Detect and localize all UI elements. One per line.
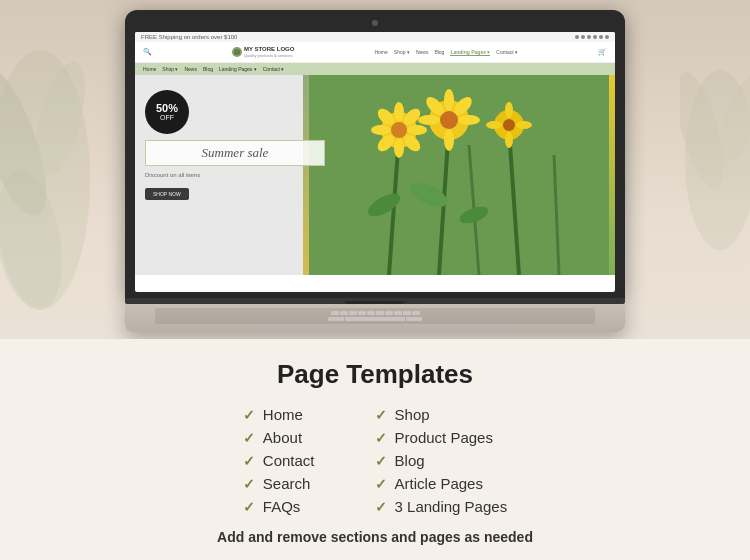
nav-link-contact: Contact ▾ xyxy=(496,49,518,55)
hero-content: 50% OFF Summer sale Discount on all item… xyxy=(145,90,325,200)
svg-point-21 xyxy=(371,125,391,135)
checkmark-icon: ✓ xyxy=(243,476,255,492)
checkmark-icon: ✓ xyxy=(243,499,255,515)
site-nav-banner: Home Shop ▾ News Blog Landing Pages ▾ Co… xyxy=(135,63,615,75)
banner-landing: Landing Pages ▾ xyxy=(219,66,257,72)
list-item-label: Search xyxy=(263,475,311,492)
social-icons xyxy=(575,35,609,39)
svg-point-36 xyxy=(503,119,515,131)
key-row-1 xyxy=(159,311,591,315)
website-preview: FREE Shipping on orders over $100 🔍 xyxy=(135,32,615,292)
plant-right-decoration xyxy=(680,60,750,260)
list-item: ✓ Contact xyxy=(243,452,315,469)
checkmark-icon: ✓ xyxy=(243,407,255,423)
social-icon-6 xyxy=(605,35,609,39)
nav-link-blog: Blog xyxy=(434,49,444,55)
key xyxy=(328,317,344,321)
list-item-label: Home xyxy=(263,406,303,423)
list-item-label: Shop xyxy=(395,406,430,423)
list-item: ✓ Search xyxy=(243,475,315,492)
logo-icon xyxy=(232,47,242,57)
banner-blog: Blog xyxy=(203,66,213,72)
key xyxy=(367,311,375,315)
list-item-label: Contact xyxy=(263,452,315,469)
checkmark-icon: ✓ xyxy=(375,407,387,423)
shop-now-button[interactable]: SHOP NOW xyxy=(145,188,189,200)
logo-tagline: Quality products & services xyxy=(244,53,294,58)
list-item: ✓ Blog xyxy=(375,452,508,469)
svg-point-18 xyxy=(391,122,407,138)
svg-point-31 xyxy=(418,115,440,125)
svg-point-32 xyxy=(458,115,480,125)
svg-point-20 xyxy=(394,138,404,158)
site-topbar: FREE Shipping on orders over $100 xyxy=(135,32,615,42)
list-item-label: 3 Landing Pages xyxy=(395,498,508,515)
key xyxy=(340,311,348,315)
nav-link-home: Home xyxy=(374,49,387,55)
laptop-keyboard xyxy=(125,304,625,332)
svg-point-29 xyxy=(444,89,454,111)
keyboard-rows xyxy=(155,308,595,324)
key xyxy=(331,311,339,315)
list-item-label: Blog xyxy=(395,452,425,469)
nav-link-landing: Landing Pages ▾ xyxy=(450,49,490,56)
checklist-container: ✓ Home ✓ About ✓ Contact ✓ Search ✓ FAQs xyxy=(40,406,710,515)
key-row-2 xyxy=(159,317,591,321)
key xyxy=(406,317,422,321)
checklist-left-column: ✓ Home ✓ About ✓ Contact ✓ Search ✓ FAQs xyxy=(243,406,315,515)
key xyxy=(412,311,420,315)
svg-point-37 xyxy=(505,102,513,118)
checkmark-icon: ✓ xyxy=(375,476,387,492)
key xyxy=(385,311,393,315)
list-item: ✓ FAQs xyxy=(243,498,315,515)
social-icon-1 xyxy=(575,35,579,39)
list-item-label: About xyxy=(263,429,302,446)
tagline-text: Add and remove sections and pages as nee… xyxy=(40,529,710,545)
list-item-label: Product Pages xyxy=(395,429,493,446)
list-item: ✓ Product Pages xyxy=(375,429,508,446)
shipping-text: FREE Shipping on orders over $100 xyxy=(141,34,237,40)
page-templates-section: Page Templates ✓ Home ✓ About ✓ Contact … xyxy=(0,339,750,560)
cart-icon: 🛒 xyxy=(598,48,607,56)
banner-shop: Shop ▾ xyxy=(162,66,178,72)
nav-link-shop: Shop ▾ xyxy=(394,49,410,55)
svg-point-22 xyxy=(407,125,427,135)
list-item: ✓ Home xyxy=(243,406,315,423)
nav-link-news: News xyxy=(416,49,429,55)
keyboard-surface xyxy=(155,308,595,324)
checkmark-icon: ✓ xyxy=(375,430,387,446)
laptop-camera xyxy=(372,20,378,26)
key xyxy=(403,311,411,315)
site-nav: 🔍 MY STORE LOGO Quality products & servi… xyxy=(135,42,615,63)
discount-badge: 50% OFF xyxy=(145,90,189,134)
checklist-right-column: ✓ Shop ✓ Product Pages ✓ Blog ✓ Article … xyxy=(375,406,508,515)
nav-links: Home Shop ▾ News Blog Landing Pages ▾ Co… xyxy=(374,49,518,56)
social-icon-2 xyxy=(581,35,585,39)
social-icon-3 xyxy=(587,35,591,39)
list-item: ✓ About xyxy=(243,429,315,446)
checkmark-icon: ✓ xyxy=(243,430,255,446)
discount-label: Discount on all items xyxy=(145,172,325,178)
list-item: ✓ Shop xyxy=(375,406,508,423)
hero-section: 50% OFF Summer sale Discount on all item… xyxy=(135,75,615,275)
plant-left-decoration xyxy=(0,40,100,320)
checkmark-icon: ✓ xyxy=(375,499,387,515)
list-item-label: FAQs xyxy=(263,498,301,515)
laptop-screen-bezel: FREE Shipping on orders over $100 🔍 xyxy=(125,10,625,298)
svg-point-40 xyxy=(516,121,532,129)
key xyxy=(394,311,402,315)
key xyxy=(376,311,384,315)
nav-search-icon: 🔍 xyxy=(143,48,152,56)
svg-point-38 xyxy=(505,132,513,148)
site-logo: MY STORE LOGO Quality products & service… xyxy=(232,46,294,58)
key xyxy=(358,311,366,315)
laptop-mockup: FREE Shipping on orders over $100 🔍 xyxy=(125,10,625,332)
banner-news: News xyxy=(184,66,197,72)
social-icon-4 xyxy=(593,35,597,39)
list-item-label: Article Pages xyxy=(395,475,483,492)
logo-text-block: MY STORE LOGO Quality products & service… xyxy=(244,46,294,58)
social-icon-5 xyxy=(599,35,603,39)
banner-home: Home xyxy=(143,66,156,72)
badge-off: OFF xyxy=(160,114,174,121)
svg-point-39 xyxy=(486,121,502,129)
